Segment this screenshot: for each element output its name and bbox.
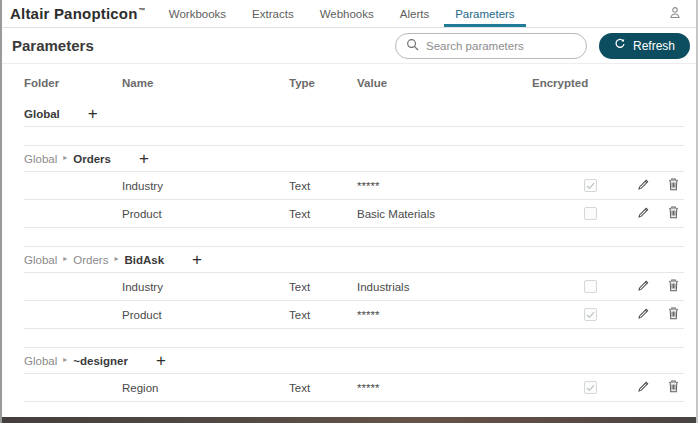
folder-group-global-orders-bidask: Global ▸ Orders ▸ BidAsk + Industry Text… xyxy=(24,246,684,329)
breadcrumb-segment: Global xyxy=(24,108,60,120)
encrypted-checkbox xyxy=(584,179,597,192)
parameter-name: Industry xyxy=(122,180,289,192)
parameter-type: Text xyxy=(289,281,357,293)
breadcrumb-separator-icon: ▸ xyxy=(114,254,118,263)
delete-parameter-button[interactable] xyxy=(667,177,680,194)
breadcrumb-segment: Global xyxy=(24,254,57,266)
trash-icon xyxy=(667,205,680,222)
edit-parameter-button[interactable] xyxy=(637,206,650,222)
folder-group-global-designer: Global ▸ ~designer + Region Text ***** xyxy=(24,347,684,402)
edit-parameter-button[interactable] xyxy=(637,307,650,323)
edit-parameter-button[interactable] xyxy=(637,279,650,295)
breadcrumb-separator-icon: ▸ xyxy=(63,355,67,364)
parameter-type: Text xyxy=(289,180,357,192)
breadcrumb-segment: Orders xyxy=(73,254,108,266)
trash-icon xyxy=(667,306,680,323)
parameter-name: Region xyxy=(122,382,289,394)
trash-icon xyxy=(667,278,680,295)
folder-breadcrumb-row: Global ▸ Orders ▸ BidAsk + xyxy=(24,247,684,273)
folder-breadcrumb-row: Global ▸ ~designer + xyxy=(24,348,684,374)
pencil-icon xyxy=(637,206,650,222)
brand-logo-text: Altair Panopticon xyxy=(10,5,138,22)
trash-icon xyxy=(667,379,680,396)
parameter-value: ***** xyxy=(357,382,532,394)
pencil-icon xyxy=(637,307,650,323)
search-icon xyxy=(406,37,419,55)
pencil-icon xyxy=(637,380,650,396)
breadcrumb-segment: Orders xyxy=(73,153,111,165)
nav-tab-workbooks[interactable]: Workbooks xyxy=(156,0,239,27)
folder-group-global-orders: Global ▸ Orders + Industry Text ***** Pr… xyxy=(24,145,684,228)
trademark-symbol: ™ xyxy=(139,7,146,14)
parameter-row: Region Text ***** xyxy=(24,374,684,402)
parameter-value: ***** xyxy=(357,309,532,321)
add-parameter-button[interactable]: + xyxy=(86,105,100,122)
breadcrumb-segment: ~designer xyxy=(73,355,128,367)
pencil-icon xyxy=(637,178,650,194)
trash-icon xyxy=(667,177,680,194)
page-header: Parameters Refresh xyxy=(2,28,696,64)
encrypted-checkbox xyxy=(584,207,597,220)
parameter-value: ***** xyxy=(357,180,532,192)
pencil-icon xyxy=(637,279,650,295)
add-parameter-button[interactable]: + xyxy=(154,352,168,369)
parameter-name: Product xyxy=(122,309,289,321)
search-input[interactable] xyxy=(426,40,576,52)
edit-parameter-button[interactable] xyxy=(637,178,650,194)
breadcrumb-segment: BidAsk xyxy=(124,254,164,266)
search-box xyxy=(395,33,587,59)
parameter-name: Product xyxy=(122,208,289,220)
column-header-encrypted: Encrypted xyxy=(532,77,624,89)
folder-breadcrumb-row: Global + xyxy=(24,101,684,127)
brand-logo[interactable]: Altair Panopticon™ xyxy=(10,0,146,27)
app-window: Altair Panopticon™ Workbooks Extracts We… xyxy=(0,0,698,423)
breadcrumb-segment: Global xyxy=(24,153,57,165)
column-header-name: Name xyxy=(122,77,289,89)
nav-tab-webhooks[interactable]: Webhooks xyxy=(307,0,387,27)
encrypted-checkbox xyxy=(584,280,597,293)
parameter-name: Industry xyxy=(122,281,289,293)
column-header-value: Value xyxy=(357,77,532,89)
folder-breadcrumb-row: Global ▸ Orders + xyxy=(24,146,684,172)
encrypted-checkbox xyxy=(584,381,597,394)
nav-tab-alerts[interactable]: Alerts xyxy=(387,0,442,27)
breadcrumb-segment: Global xyxy=(24,355,57,367)
encrypted-checkbox xyxy=(584,308,597,321)
add-parameter-button[interactable]: + xyxy=(190,251,204,268)
parameter-row: Industry Text Industrials xyxy=(24,273,684,301)
delete-parameter-button[interactable] xyxy=(667,306,680,323)
breadcrumb-separator-icon: ▸ xyxy=(63,254,67,263)
folder-group-global: Global + xyxy=(24,101,684,127)
column-header-folder: Folder xyxy=(24,77,122,89)
delete-parameter-button[interactable] xyxy=(667,278,680,295)
column-header-type: Type xyxy=(289,77,357,89)
top-navbar: Altair Panopticon™ Workbooks Extracts We… xyxy=(2,0,696,28)
edit-parameter-button[interactable] xyxy=(637,380,650,396)
refresh-button[interactable]: Refresh xyxy=(599,33,690,59)
parameter-row: Industry Text ***** xyxy=(24,172,684,200)
parameters-table: Folder Name Type Value Encrypted Global … xyxy=(2,64,696,402)
person-icon xyxy=(668,5,682,23)
parameter-row: Product Text ***** xyxy=(24,301,684,329)
parameter-value: Industrials xyxy=(357,281,532,293)
refresh-button-label: Refresh xyxy=(633,39,675,53)
parameter-row: Product Text Basic Materials xyxy=(24,200,684,228)
page-title: Parameters xyxy=(12,37,94,54)
table-column-headers: Folder Name Type Value Encrypted xyxy=(24,64,684,101)
nav-tabs: Workbooks Extracts Webhooks Alerts Param… xyxy=(156,0,528,27)
breadcrumb-separator-icon: ▸ xyxy=(63,153,67,162)
nav-tab-extracts[interactable]: Extracts xyxy=(239,0,307,27)
window-bottom-edge xyxy=(2,417,696,423)
parameter-type: Text xyxy=(289,382,357,394)
parameter-type: Text xyxy=(289,309,357,321)
user-account-button[interactable] xyxy=(664,0,686,27)
delete-parameter-button[interactable] xyxy=(667,205,680,222)
add-parameter-button[interactable]: + xyxy=(137,150,151,167)
parameter-type: Text xyxy=(289,208,357,220)
nav-tab-parameters[interactable]: Parameters xyxy=(442,0,527,27)
refresh-icon xyxy=(614,38,626,53)
delete-parameter-button[interactable] xyxy=(667,379,680,396)
parameter-value: Basic Materials xyxy=(357,208,532,220)
